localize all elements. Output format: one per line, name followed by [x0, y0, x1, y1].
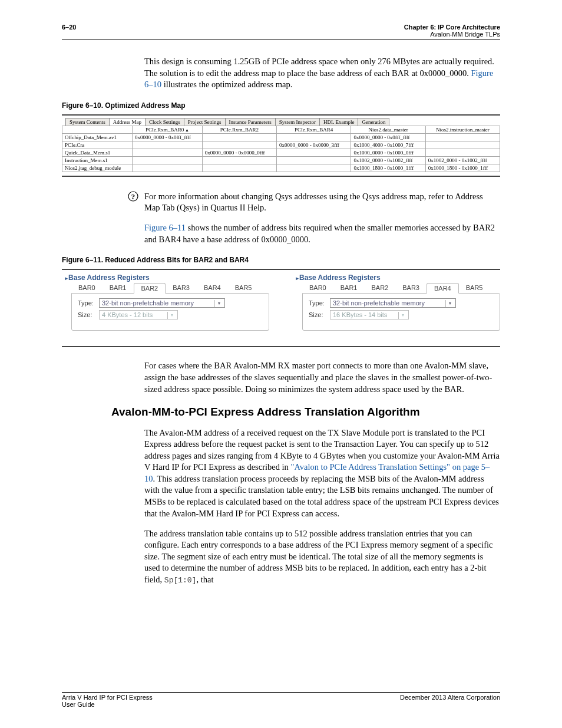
addr-map-row: Instruction_Mem.s10x1002_0000 - 0x1002_f…: [62, 156, 500, 164]
addr-map-cell[interactable]: [132, 141, 202, 149]
bar-tab[interactable]: BAR4: [427, 283, 459, 294]
sp-field: Sp[1:0]: [164, 576, 197, 585]
addr-map-cell[interactable]: 0x1000_0000 - 0x1000_0fff: [351, 149, 425, 156]
footer-doc-subtitle: User Guide: [62, 701, 153, 708]
addr-map-cell[interactable]: [202, 133, 276, 141]
bar-tab[interactable]: BAR2: [134, 283, 166, 294]
qsys-tab[interactable]: Address Map: [109, 118, 146, 126]
page-header: 6–20 Chapter 6: IP Core Architecture Ava…: [62, 24, 500, 39]
chevron-down-icon: ▼: [214, 300, 223, 307]
addr-map-column-header[interactable]: Nios2.instruction_master: [425, 126, 500, 133]
type-label: Type:: [78, 299, 99, 307]
addr-map-row-label: Nios2.jtag_debug_module: [62, 164, 133, 172]
addr-map-cell[interactable]: [202, 141, 276, 149]
section-heading: Avalon-MM-to-PCI Express Address Transla…: [111, 406, 500, 419]
qsys-tab[interactable]: HDL Example: [319, 118, 358, 126]
intro-text-post: illustrates the optimized address map.: [161, 80, 292, 89]
addr-map-column-header[interactable]: PCIe.Rxm_BAR2: [202, 126, 276, 133]
bar-tab[interactable]: BAR3: [395, 283, 427, 294]
intro-text: This design is consuming 1.25GB of PCIe …: [144, 57, 494, 78]
addr-map-row: PCIe.Cra0x0000_0000 - 0x0000_3fff0x1000_…: [62, 141, 500, 149]
addr-map-cell[interactable]: 0x1002_0000 - 0x1002_ffff: [351, 156, 425, 164]
addr-map-cell[interactable]: [132, 149, 202, 156]
addr-map-cell[interactable]: [277, 164, 351, 172]
bar-tab[interactable]: BAR3: [166, 283, 197, 294]
para-bar-avalon: For cases where the BAR Avalon-MM RX mas…: [144, 360, 500, 395]
qsys-tabs: System ContentsAddress MapClock Settings…: [65, 118, 500, 126]
chevron-down-icon: ▼: [167, 312, 176, 319]
bar-tab[interactable]: BAR2: [365, 283, 396, 294]
addr-map-cell[interactable]: [277, 149, 351, 156]
addr-map-column-header[interactable]: [62, 126, 133, 133]
qsys-tab[interactable]: Instance Parameters: [225, 118, 276, 126]
addr-map-row: Nios2.jtag_debug_module0x1000_1800 - 0x1…: [62, 164, 500, 172]
addr-map-cell[interactable]: 0x1000_1800 - 0x1000_1fff: [351, 164, 425, 172]
chevron-down-icon: ▼: [398, 312, 407, 319]
figure-6-11-caption: Figure 6–11. Reduced Address Bits for BA…: [62, 256, 500, 264]
addr-map-cell[interactable]: [132, 156, 202, 164]
bar-tab[interactable]: BAR1: [103, 283, 134, 294]
addr-map-column-header[interactable]: PCIe.Rxm_BAR4: [277, 126, 351, 133]
addr-map-cell[interactable]: [277, 133, 351, 141]
info-icon: ?: [128, 191, 138, 202]
size-label: Size:: [78, 311, 99, 318]
addr-map-column-header[interactable]: PCIe.Rxm_BAR0: [132, 126, 202, 133]
addr-map-cell[interactable]: 0x0000_0000 - 0x0000_0fff: [202, 149, 276, 156]
figure-6-11-link[interactable]: Figure 6–11: [144, 223, 186, 232]
addr-map-cell[interactable]: 0x1002_0000 - 0x1002_ffff: [425, 156, 500, 164]
addr-map-cell[interactable]: 0x1000_4000 - 0x1000_7fff: [351, 141, 425, 149]
addr-map-row-label: Instruction_Mem.s1: [62, 156, 133, 164]
qsys-tab[interactable]: Clock Settings: [145, 118, 184, 126]
addr-map-cell[interactable]: 0x0000_0000 - 0x0000_3fff: [277, 141, 351, 149]
addr-map-cell[interactable]: [425, 133, 500, 141]
addr-map-cell[interactable]: [277, 156, 351, 164]
addr-map-cell[interactable]: [425, 141, 500, 149]
intro-paragraph: This design is consuming 1.25GB of PCIe …: [144, 56, 500, 91]
svg-text:?: ?: [131, 192, 135, 201]
qsys-tab[interactable]: System Inspector: [275, 118, 320, 126]
bar-tab[interactable]: BAR4: [197, 283, 228, 294]
figure-6-11-intro: Figure 6–11 shows the number of address …: [144, 222, 500, 245]
addr-map-row-label: Offchip_Data_Mem.av1: [62, 133, 133, 141]
bar-tab[interactable]: BAR5: [459, 283, 490, 294]
qsys-tab[interactable]: System Contents: [65, 118, 110, 126]
addr-map-cell[interactable]: [202, 164, 276, 172]
addr-map-cell[interactable]: 0x0000_0000 - 0x0fff_ffff: [351, 133, 425, 141]
addr-map-cell[interactable]: 0x1000_1800 - 0x1000_1fff: [425, 164, 500, 172]
qsys-tab[interactable]: Project Settings: [184, 118, 226, 126]
addr-map-column-header[interactable]: Nios2.data_master: [351, 126, 425, 133]
header-chapter: Chapter 6: IP Core Architecture: [404, 24, 500, 31]
qsys-tab[interactable]: Generation: [358, 118, 389, 126]
type-combo[interactable]: 32-bit non-prefetchable memory▼: [330, 298, 456, 308]
header-section: Avalon-MM Bridge TLPs: [404, 31, 500, 38]
size-combo[interactable]: 4 KBytes - 12 bits▼: [99, 310, 178, 319]
addr-map-cell[interactable]: [132, 164, 202, 172]
page-footer: Arria V Hard IP for PCI Express User Gui…: [62, 692, 500, 708]
figure-6-10-caption: Figure 6–10. Optimized Address Map: [62, 101, 500, 110]
chevron-down-icon: ▼: [445, 300, 454, 307]
bar-tab[interactable]: BAR0: [302, 283, 333, 294]
page-number: 6–20: [62, 24, 76, 38]
bar-panel-title: Base Address Registers: [293, 274, 500, 283]
addr-map-cell[interactable]: 0x0000_0000 - 0x0fff_ffff: [132, 133, 202, 141]
addr-map-cell[interactable]: [202, 156, 276, 164]
info-text: For more information about changing Qsys…: [144, 191, 500, 214]
optimized-address-map-figure: System ContentsAddress MapClock Settings…: [62, 114, 500, 177]
size-combo[interactable]: 16 KBytes - 14 bits▼: [330, 310, 409, 319]
type-combo[interactable]: 32-bit non-prefetchable memory▼: [99, 298, 225, 308]
type-label: Type:: [309, 299, 330, 307]
addr-map-row-label: Quick_Data_Mem.s1: [62, 149, 133, 156]
size-label: Size:: [309, 311, 330, 318]
bar-panel-left: Base Address Registers BAR0BAR1BAR2BAR3B…: [62, 274, 269, 331]
bar-panel-right: Base Address Registers BAR0BAR1BAR2BAR3B…: [293, 274, 500, 331]
bar-tab[interactable]: BAR0: [71, 283, 103, 294]
bar-tabs-left: BAR0BAR1BAR2BAR3BAR4BAR5: [71, 283, 269, 294]
bar-panel-title: Base Address Registers: [62, 274, 269, 283]
addr-map-cell[interactable]: [425, 149, 500, 156]
para-translation-1: The Avalon-MM address of a received requ…: [144, 427, 500, 520]
bar-tab[interactable]: BAR5: [228, 283, 259, 294]
bar-tab[interactable]: BAR1: [333, 283, 365, 294]
bar-panels-figure: Base Address Registers BAR0BAR1BAR2BAR3B…: [62, 269, 500, 347]
addr-map-row: Quick_Data_Mem.s10x0000_0000 - 0x0000_0f…: [62, 149, 500, 156]
footer-date-corp: December 2013 Altera Corporation: [400, 694, 500, 708]
